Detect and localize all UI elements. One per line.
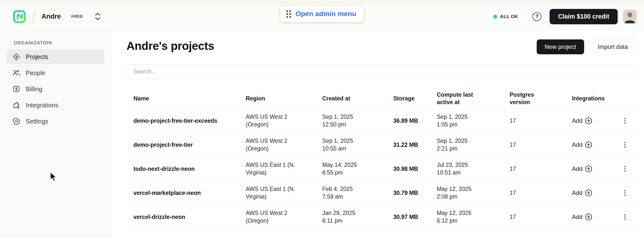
project-created-at: May 14, 20256:55 pm [322, 161, 393, 177]
table-row[interactable]: todo-next-drizzle-neon AWS US East 1 (N.… [126, 157, 636, 181]
project-storage: 30.79 MB [393, 190, 437, 196]
top-window-strip [0, 0, 644, 3]
plan-badge: FREE [67, 12, 88, 21]
project-storage: 31.22 MB [393, 141, 437, 148]
project-compute-last-active: Sep 1, 20252:21 pm [437, 137, 510, 152]
projects-icon [12, 53, 20, 61]
add-integration-button[interactable]: Add [572, 213, 592, 221]
drag-handle-icon [286, 10, 291, 18]
open-admin-menu-button[interactable]: Open admin menu [280, 5, 364, 22]
project-integrations: Add [565, 117, 636, 125]
sidebar-item-people[interactable]: People [6, 66, 104, 80]
project-compute-last-active: May 12, 20256:12 pm [437, 209, 510, 225]
sidebar: ORGANIZATION Projects People $ Billing I… [0, 30, 111, 238]
project-storage: 30.97 MB [393, 214, 437, 220]
project-name[interactable]: demo-project-free-tier-exceeds [126, 118, 246, 124]
project-region: AWS US East 1 (N.Virginia) [246, 185, 322, 201]
settings-icon [12, 117, 20, 125]
project-integrations: Add [565, 189, 636, 197]
projects-table: Name Region Created at Storage Compute l… [126, 88, 636, 229]
add-integration-button[interactable]: Add [572, 117, 592, 124]
project-integrations: Add [565, 140, 636, 149]
plus-circle-icon [585, 165, 592, 173]
help-button[interactable]: ? [529, 9, 544, 24]
col-header-storage[interactable]: Storage [393, 95, 437, 102]
org-name[interactable]: Andre [42, 13, 61, 20]
project-postgres-version: 17 [510, 165, 565, 173]
neon-logo-icon[interactable] [13, 10, 26, 23]
col-header-integrations[interactable]: Integrations [565, 95, 636, 102]
integrations-icon [12, 101, 20, 109]
sidebar-item-integrations[interactable]: Integrations [6, 98, 104, 112]
app-header: Andre FREE Open admin menu ALL OK ? Clai… [0, 3, 644, 30]
plus-circle-icon [585, 141, 592, 148]
project-compute-last-active: Jul 23, 202510:51 am [437, 161, 510, 177]
project-name[interactable]: todo-next-drizzle-neon [126, 166, 246, 172]
import-data-button[interactable]: Import data [590, 39, 636, 54]
col-header-name[interactable]: Name [126, 95, 246, 102]
status-ok-dot-icon [493, 15, 497, 19]
org-switcher-chevrons-icon[interactable] [95, 13, 100, 20]
claim-credit-button[interactable]: Claim $100 credit [550, 9, 618, 24]
new-project-button[interactable]: New project [537, 39, 584, 54]
breadcrumb-slash [32, 11, 36, 22]
table-header-row: Name Region Created at Storage Compute l… [126, 88, 636, 109]
add-integration-button[interactable]: Add [572, 189, 592, 197]
row-menu-kebab-icon[interactable] [623, 189, 627, 197]
table-row[interactable]: vercel-drizzle-neon AWS US West 2(Oregon… [126, 205, 636, 229]
plus-circle-icon [585, 213, 592, 221]
project-postgres-version: 17 [510, 189, 565, 197]
main-content: Andre's projects New project Import data… [112, 30, 644, 238]
sidebar-item-label: Integrations [26, 102, 58, 109]
open-admin-menu-label: Open admin menu [296, 10, 356, 18]
project-compute-last-active: May 12, 20252:08 pm [437, 185, 510, 201]
row-menu-kebab-icon[interactable] [623, 140, 627, 149]
project-region: AWS US West 2(Oregon) [246, 209, 322, 225]
add-integration-button[interactable]: Add [572, 141, 592, 148]
sidebar-item-billing[interactable]: $ Billing [6, 82, 104, 96]
table-row[interactable]: demo-project-free-tier AWS US West 2(Ore… [126, 133, 636, 157]
question-mark-icon: ? [532, 12, 542, 21]
sidebar-item-label: Billing [26, 86, 42, 93]
people-icon [12, 69, 20, 77]
user-avatar[interactable] [623, 9, 637, 24]
project-created-at: Sep 1, 202512:50 pm [322, 113, 393, 128]
col-header-postgres-version[interactable]: Postgres version [510, 91, 540, 106]
status-label: ALL OK [500, 14, 518, 19]
col-header-created-at[interactable]: Created at [322, 95, 393, 102]
project-postgres-version: 17 [510, 141, 565, 149]
add-integration-button[interactable]: Add [572, 165, 592, 173]
sidebar-section-label: ORGANIZATION [14, 40, 104, 46]
project-postgres-version: 17 [510, 213, 565, 221]
plus-circle-icon [585, 189, 592, 197]
billing-icon: $ [12, 85, 20, 93]
col-header-region[interactable]: Region [246, 95, 322, 102]
col-header-compute-last-active[interactable]: Compute last active at [437, 91, 482, 106]
status-badge[interactable]: ALL OK [487, 10, 524, 23]
project-storage: 36.89 MB [393, 118, 437, 124]
sidebar-item-projects[interactable]: Projects [6, 50, 104, 64]
project-compute-last-active: Sep 1, 20251:05 pm [437, 113, 510, 128]
sidebar-item-label: Settings [26, 118, 48, 125]
project-name[interactable]: vercel-drizzle-neon [126, 214, 246, 220]
project-postgres-version: 17 [510, 117, 565, 125]
sidebar-item-settings[interactable]: Settings [6, 114, 104, 128]
search-input[interactable] [126, 64, 636, 79]
project-storage: 30.98 MB [393, 166, 437, 172]
row-menu-kebab-icon[interactable] [623, 213, 627, 221]
project-region: AWS US East 1 (N.Virginia) [246, 161, 322, 177]
project-created-at: Jan 29, 20256:11 pm [322, 209, 393, 225]
page-title: Andre's projects [126, 39, 214, 53]
table-row[interactable]: vercel-marketplace-neon AWS US East 1 (N… [126, 181, 636, 205]
row-menu-kebab-icon[interactable] [623, 117, 627, 125]
project-name[interactable]: vercel-marketplace-neon [126, 190, 246, 196]
project-region: AWS US West 2(Oregon) [246, 113, 322, 128]
sidebar-item-label: People [26, 69, 45, 77]
table-row[interactable]: demo-project-free-tier-exceeds AWS US We… [126, 109, 636, 133]
project-integrations: Add [565, 165, 636, 173]
project-name[interactable]: demo-project-free-tier [126, 141, 246, 148]
project-integrations: Add [565, 213, 636, 221]
sidebar-item-label: Projects [26, 53, 48, 60]
project-created-at: Feb 4, 20257:59 am [322, 185, 393, 201]
row-menu-kebab-icon[interactable] [623, 165, 627, 173]
